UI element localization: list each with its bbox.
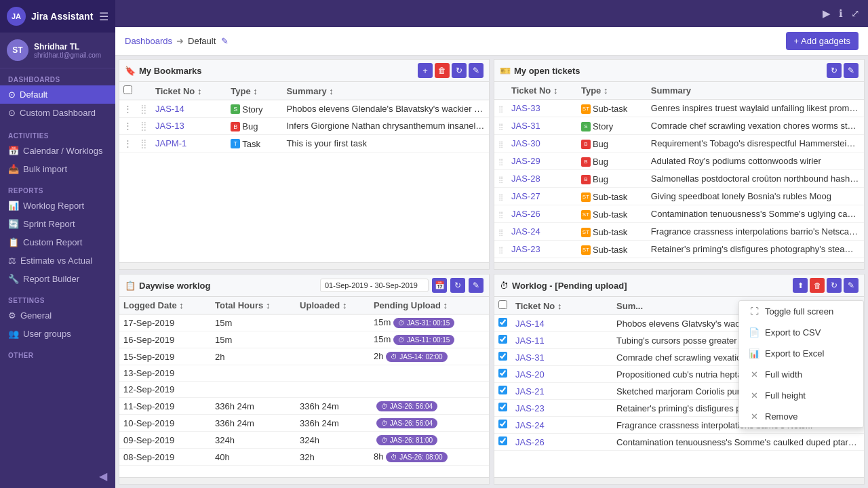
breadcrumb-edit-icon[interactable]: ✎ (221, 36, 229, 46)
bookmarks-settings-button[interactable]: ✎ (469, 63, 484, 78)
ticket-link[interactable]: JAS-20 (515, 369, 545, 380)
sidebar-item-calendar[interactable]: 📅 Calendar / Worklogs (0, 142, 115, 160)
ticket-link[interactable]: JAS-23 (511, 244, 540, 254)
sidebar-item-default[interactable]: ⊙ Default (0, 85, 115, 104)
ticket-link[interactable]: JAS-14 (515, 319, 545, 329)
bookmarks-panel-content: Ticket No ↕ Type ↕ Summary ↕ ⋮ ⣿ JAS-14 … (119, 82, 489, 262)
ticket-link[interactable]: JAS-28 (511, 174, 540, 184)
worklog-pending-panel-header: ⏱ Worklog - [Pending upload] ⬆ 🗑 ↻ ✎ (494, 274, 864, 297)
collapse-sidebar-button[interactable]: ◀ (99, 470, 107, 483)
full-width-icon: ✕ (749, 369, 760, 380)
open-tickets-panel-content: Ticket No ↕ Type ↕ Summary ⣿ JAS-33 ST S… (494, 82, 864, 262)
full-height-icon: ✕ (749, 390, 760, 401)
upload-badge[interactable]: ⏱ JAS-26: 56:04 (376, 401, 437, 411)
worklog-select-all[interactable] (498, 300, 507, 309)
avatar: ST (7, 39, 28, 61)
context-menu-item-remove[interactable]: ✕ Remove (739, 406, 863, 427)
ticket-link[interactable]: JAS-33 (511, 103, 540, 113)
drag-handle-icon[interactable]: ⣿ (140, 121, 147, 131)
share-icon[interactable]: ⤢ (851, 7, 860, 20)
breadcrumb-current: Default (188, 36, 216, 46)
daywise-settings-button[interactable]: ✎ (469, 278, 484, 293)
worklog-upload-button[interactable]: ⬆ (793, 278, 808, 293)
upload-badge[interactable]: ⏱ JAS-31: 00:15 (393, 318, 454, 328)
drag-handle-icon[interactable]: ⣿ (140, 104, 147, 114)
sidebar-item-custom-dashboard[interactable]: ⊙ Custom Dashboard (0, 104, 115, 122)
upload-badge[interactable]: ⏱ JAS-26: 56:04 (376, 418, 437, 428)
worklog-delete-button[interactable]: 🗑 (810, 278, 825, 293)
row-checkbox[interactable] (498, 352, 507, 361)
context-menu-item-export-excel[interactable]: 📊 Export to Excel (739, 343, 863, 364)
bookmarks-delete-button[interactable]: 🗑 (435, 63, 450, 78)
ticket-link[interactable]: JAPM-1 (155, 138, 186, 148)
ticket-link[interactable]: JAS-21 (515, 386, 545, 396)
worklog-pending-icon: ⏱ (500, 281, 509, 291)
row-menu-icon[interactable]: ⋮ (123, 121, 132, 131)
upload-badge[interactable]: ⏱ JAS-26: 08:00 (386, 452, 447, 462)
table-row: ⋮ ⣿ JAS-14 S Story Phobos elevens Glenda… (119, 100, 489, 118)
hamburger-icon[interactable]: ☰ (99, 10, 108, 23)
worklog-refresh-button[interactable]: ↻ (827, 278, 842, 293)
ticket-link[interactable]: JAS-24 (515, 420, 545, 430)
worklog-settings-button[interactable]: ✎ (844, 278, 859, 293)
upload-badge[interactable]: ⏱ JAS-14: 02:00 (386, 352, 447, 362)
ticket-link[interactable]: JAS-29 (511, 156, 540, 166)
app-title: Jira Assistant (31, 11, 93, 22)
row-menu-icon[interactable]: ⋮ (123, 104, 132, 114)
row-checkbox[interactable] (498, 386, 507, 394)
bookmarks-panel: 🔖 My Bookmarks + 🗑 ↻ ✎ Ticket No ↕ (119, 59, 490, 270)
sidebar-item-custom-report[interactable]: 📋 Custom Report (0, 233, 115, 251)
calendar-picker-button[interactable]: 📅 (432, 278, 447, 293)
open-tickets-panel-title: My open tickets (514, 66, 823, 76)
context-menu-item-toggle-fullscreen[interactable]: ⛶ Toggle full screen (739, 301, 863, 322)
bookmarks-refresh-button[interactable]: ↻ (452, 63, 467, 78)
row-checkbox[interactable] (498, 403, 507, 411)
context-menu-item-full-width[interactable]: ✕ Full width (739, 364, 863, 385)
ticket-link[interactable]: JAS-13 (155, 121, 184, 131)
date-range-input[interactable] (320, 279, 429, 292)
context-menu-item-full-height[interactable]: ✕ Full height (739, 385, 863, 406)
table-row: 10-Sep-2019 336h 24m 336h 24m ⏱ JAS-26: … (119, 415, 489, 432)
default-icon: ⊙ (8, 89, 16, 100)
csv-icon: 📄 (749, 327, 760, 338)
sidebar-item-report-builder[interactable]: 🔧 Report Builder (0, 270, 115, 288)
daywise-refresh-button[interactable]: ↻ (450, 278, 465, 293)
bookmarks-add-button[interactable]: + (418, 63, 433, 78)
ticket-link[interactable]: JAS-26 (515, 437, 545, 447)
breadcrumb-dashboards[interactable]: Dashboards (125, 36, 172, 46)
ticket-link[interactable]: JAS-31 (511, 121, 540, 131)
open-tickets-panel: 🎫 My open tickets ↻ ✎ Ticket No ↕ Type ↕… (494, 59, 865, 270)
ticket-link[interactable]: JAS-14 (155, 104, 184, 114)
youtube-icon[interactable]: ▶ (823, 7, 831, 20)
ticket-link[interactable]: JAS-26 (511, 209, 540, 219)
row-checkbox[interactable] (498, 420, 507, 428)
sidebar-item-general[interactable]: ⚙ General (0, 306, 115, 325)
worklog-col-ticket: Ticket No ↕ (511, 297, 612, 315)
ticket-link[interactable]: JAS-30 (511, 138, 540, 148)
sidebar-item-estimate[interactable]: ⚖ Estimate vs Actual (0, 251, 115, 270)
sidebar-item-worklog-report[interactable]: 📊 Worklog Report (0, 197, 115, 215)
ticket-link[interactable]: JAS-11 (515, 336, 545, 346)
sidebar-item-sprint-report[interactable]: 🔄 Sprint Report (0, 215, 115, 233)
open-tickets-settings-button[interactable]: ✎ (844, 63, 859, 78)
row-checkbox[interactable] (498, 369, 507, 378)
row-menu-icon[interactable]: ⋮ (123, 138, 132, 148)
row-checkbox[interactable] (498, 318, 507, 327)
row-checkbox[interactable] (498, 436, 507, 445)
drag-handle-icon[interactable]: ⣿ (140, 138, 147, 148)
context-menu-item-export-csv[interactable]: 📄 Export to CSV (739, 322, 863, 343)
ticket-link[interactable]: JAS-23 (515, 403, 545, 413)
ticket-link[interactable]: JAS-31 (515, 352, 545, 363)
upload-badge[interactable]: ⏱ JAS-11: 00:15 (393, 335, 454, 345)
ticket-link[interactable]: JAS-24 (511, 226, 540, 237)
row-checkbox[interactable] (498, 335, 507, 344)
upload-badge[interactable]: ⏱ JAS-26: 81:00 (376, 435, 437, 445)
open-tickets-refresh-button[interactable]: ↻ (827, 63, 842, 78)
bookmarks-select-all[interactable] (123, 85, 132, 94)
sidebar-item-user-groups[interactable]: 👥 User groups (0, 325, 115, 343)
info-icon[interactable]: ℹ (839, 7, 843, 20)
table-row: ⣿ JAS-24 ST Sub-task Fragrance crassness… (494, 223, 864, 241)
add-gadgets-button[interactable]: + Add gadgets (786, 32, 859, 50)
ticket-link[interactable]: JAS-27 (511, 191, 540, 201)
sidebar-item-bulk-import[interactable]: 📥 Bulk import (0, 160, 115, 178)
